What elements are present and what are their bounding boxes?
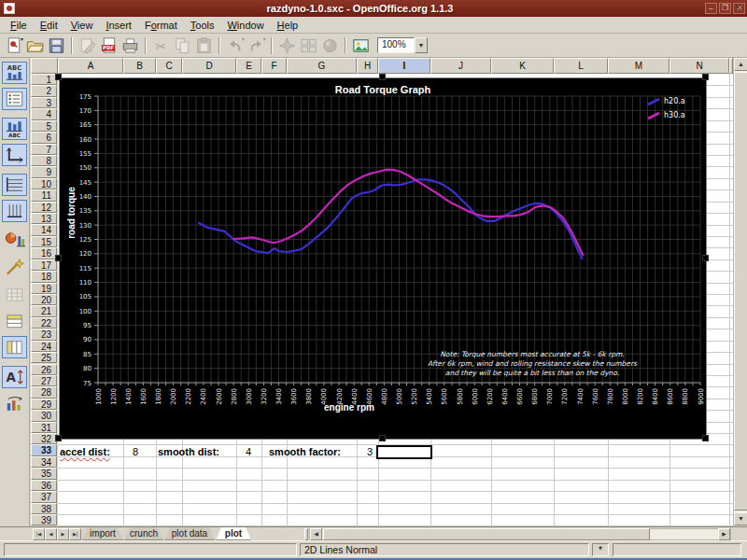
- axes-on-off-button[interactable]: [2, 144, 27, 166]
- row-header-39[interactable]: 39: [31, 514, 57, 525]
- row-header-4[interactable]: 4: [31, 108, 57, 119]
- open-button[interactable]: [24, 35, 46, 56]
- row-header-27[interactable]: 27: [31, 375, 57, 386]
- sheet-tab-crunch[interactable]: crunch: [124, 527, 163, 540]
- title-on-off-button[interactable]: ABC: [2, 62, 27, 84]
- zoom-dropdown-arrow-icon[interactable]: ▼: [415, 37, 428, 53]
- legend-on-off-button[interactable]: [2, 88, 27, 110]
- row-header-1[interactable]: 1: [31, 74, 57, 85]
- vertical-gridlines-button[interactable]: [2, 200, 27, 222]
- sheet-tab-plot[interactable]: plot: [216, 527, 251, 540]
- column-header-J[interactable]: J: [430, 58, 491, 74]
- zoom-value[interactable]: 100%: [377, 37, 415, 53]
- row-header-18[interactable]: 18: [31, 271, 57, 282]
- selection-handle[interactable]: [55, 435, 62, 441]
- selection-handle[interactable]: [379, 74, 386, 80]
- row-header-8[interactable]: 8: [31, 155, 57, 166]
- maximize-button[interactable]: ❐: [719, 3, 731, 14]
- row-header-10[interactable]: 10: [31, 178, 57, 189]
- vscroll-thumb[interactable]: [734, 72, 747, 511]
- print-button[interactable]: [120, 35, 141, 56]
- export-pdf-button[interactable]: PDF: [98, 35, 120, 56]
- row-header-31[interactable]: 31: [31, 422, 57, 433]
- chart-type-button[interactable]: [2, 230, 27, 252]
- row-header-5[interactable]: 5: [31, 120, 57, 132]
- column-header-N[interactable]: N: [669, 58, 729, 74]
- row-header-9[interactable]: 9: [31, 166, 57, 177]
- menu-file[interactable]: File: [4, 18, 34, 33]
- row-header-15[interactable]: 15: [31, 236, 57, 247]
- row-header-24[interactable]: 24: [31, 341, 57, 352]
- first-sheet-button[interactable]: |◀: [33, 528, 45, 540]
- column-header-H[interactable]: H: [357, 58, 378, 74]
- save-button[interactable]: [46, 35, 67, 56]
- reorganize-chart-button[interactable]: [2, 394, 27, 416]
- menu-tools[interactable]: Tools: [184, 18, 221, 33]
- column-header-B[interactable]: B: [123, 58, 156, 74]
- row-header-30[interactable]: 30: [31, 410, 57, 421]
- hscroll-thumb[interactable]: [323, 528, 650, 540]
- column-header-I[interactable]: I: [378, 58, 430, 74]
- chart-plot[interactable]: 7580859095100105110115120125130135140145…: [60, 78, 706, 439]
- next-sheet-button[interactable]: ▶: [57, 528, 69, 540]
- row-header-29[interactable]: 29: [31, 399, 57, 410]
- row-header-37[interactable]: 37: [31, 491, 57, 502]
- previous-sheet-button[interactable]: ◀: [45, 528, 57, 540]
- row-header-23[interactable]: 23: [31, 329, 57, 340]
- sheet-tab-plot-data[interactable]: plot data: [164, 527, 215, 540]
- row-header-32[interactable]: 32: [31, 433, 57, 444]
- row-header-6[interactable]: 6: [31, 132, 57, 143]
- cell-H33[interactable]: 3: [329, 446, 373, 457]
- menu-view[interactable]: View: [64, 18, 100, 33]
- row-header-13[interactable]: 13: [31, 213, 57, 224]
- data-in-columns-button[interactable]: [2, 336, 27, 358]
- row-header-14[interactable]: 14: [31, 224, 57, 235]
- minimize-button[interactable]: –: [705, 3, 717, 14]
- column-header-G[interactable]: G: [287, 58, 357, 74]
- zoom-combobox[interactable]: 100%▼: [377, 37, 428, 53]
- cell-E33[interactable]: 4: [206, 446, 251, 457]
- axes-title-on-off-button[interactable]: ABC: [2, 118, 27, 140]
- vscroll-down-arrow-icon[interactable]: ▼: [734, 512, 747, 525]
- chart-object[interactable]: 7580859095100105110115120125130135140145…: [59, 77, 707, 440]
- row-header-35[interactable]: 35: [31, 468, 57, 479]
- select-all-corner[interactable]: [31, 58, 58, 74]
- selection-handle[interactable]: [55, 74, 62, 80]
- row-header-20[interactable]: 20: [31, 294, 57, 305]
- new-document-button[interactable]: ▾: [3, 35, 24, 56]
- row-header-7[interactable]: 7: [31, 144, 57, 155]
- menu-edit[interactable]: Edit: [34, 18, 64, 33]
- menu-insert[interactable]: Insert: [99, 18, 138, 33]
- row-header-28[interactable]: 28: [31, 386, 57, 398]
- selection-handle[interactable]: [379, 435, 386, 441]
- selection-handle[interactable]: [702, 435, 709, 441]
- autoformat-chart-button[interactable]: [2, 256, 27, 278]
- row-header-34[interactable]: 34: [31, 456, 57, 468]
- scale-text-button[interactable]: A: [2, 366, 27, 388]
- row-header-16[interactable]: 16: [31, 247, 57, 259]
- row-header-21[interactable]: 21: [31, 305, 57, 316]
- row-header-22[interactable]: 22: [31, 317, 57, 329]
- row-header-26[interactable]: 26: [31, 364, 57, 375]
- row-header-36[interactable]: 36: [31, 480, 57, 491]
- sheet-tab-import[interactable]: import: [82, 527, 123, 540]
- cell-B33[interactable]: 8: [93, 446, 138, 457]
- insert-graphics-button[interactable]: [350, 35, 372, 56]
- new-document-dropdown-arrow-icon[interactable]: ▾: [21, 36, 23, 42]
- row-header-3[interactable]: 3: [31, 97, 57, 108]
- column-header-M[interactable]: M: [608, 58, 669, 74]
- menu-format[interactable]: Format: [138, 18, 184, 33]
- hscroll-right-arrow-icon[interactable]: ▶: [718, 528, 730, 540]
- vscroll-up-arrow-icon[interactable]: ▲: [734, 58, 747, 71]
- selection-handle[interactable]: [702, 255, 709, 261]
- row-header-12[interactable]: 12: [31, 202, 57, 213]
- row-header-33[interactable]: 33: [31, 444, 57, 455]
- hscroll-left-arrow-icon[interactable]: ◀: [310, 528, 322, 540]
- row-header-2[interactable]: 2: [31, 85, 57, 96]
- menu-window[interactable]: Window: [220, 18, 270, 33]
- column-header-E[interactable]: E: [236, 58, 261, 74]
- close-document-button[interactable]: ✕: [732, 2, 744, 14]
- horizontal-gridlines-button[interactable]: [2, 174, 27, 196]
- column-header-D[interactable]: D: [182, 58, 236, 74]
- column-header-L[interactable]: L: [554, 58, 608, 74]
